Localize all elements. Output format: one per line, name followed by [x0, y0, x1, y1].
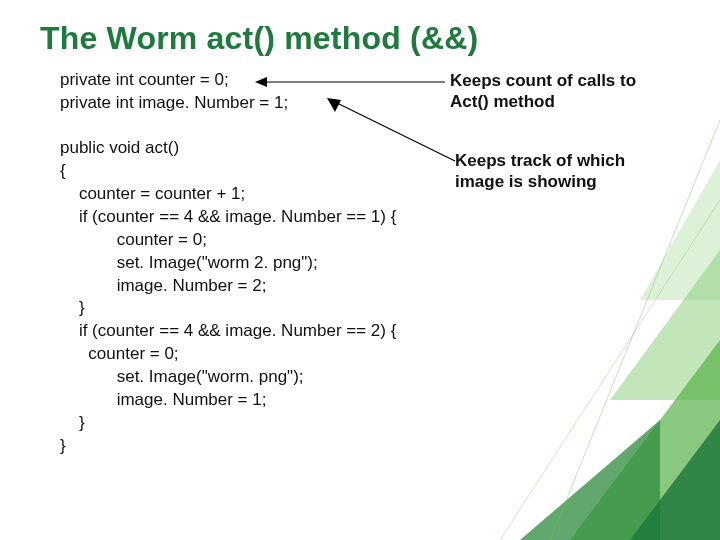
- annotation-imagetrack: Keeps track of which image is showing: [455, 150, 675, 193]
- annotation-callcount: Keeps count of calls to Act() method: [450, 70, 670, 113]
- slide-title: The Worm act() method (&&): [40, 20, 690, 57]
- code-body: counter = counter + 1; if (counter == 4 …: [60, 183, 690, 458]
